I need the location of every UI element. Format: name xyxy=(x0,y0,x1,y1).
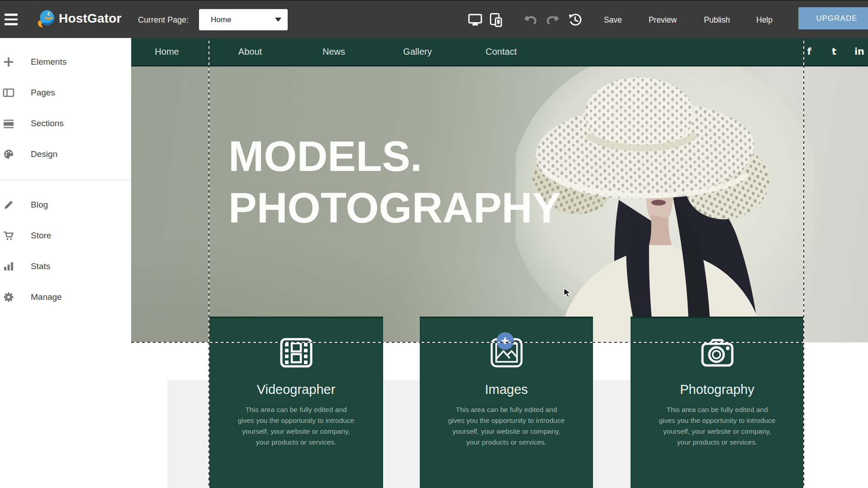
sidebar-item-store[interactable]: Store xyxy=(0,224,131,247)
plus-icon xyxy=(2,56,14,68)
sidebar-item-label: Manage xyxy=(31,292,62,302)
sidebar-divider xyxy=(0,180,131,180)
pencil-icon xyxy=(2,199,14,211)
selection-outline-bottom xyxy=(131,342,804,343)
publish-button[interactable]: Publish xyxy=(704,1,730,39)
sidebar-item-pages[interactable]: Pages xyxy=(0,81,131,104)
gator-mark-icon xyxy=(34,7,56,30)
site-preview-canvas: Home About News Gallery Contact f t in xyxy=(131,38,868,488)
site-nav-news[interactable]: News xyxy=(323,38,345,65)
hero-title[interactable]: MODELS. PHOTOGRAPHY xyxy=(228,131,561,233)
card-title: Videographer xyxy=(257,382,336,397)
site-nav-gallery[interactable]: Gallery xyxy=(403,38,432,65)
facebook-icon[interactable]: f xyxy=(807,38,811,65)
sidebar-item-manage[interactable]: Manage xyxy=(0,285,131,309)
save-button[interactable]: Save xyxy=(604,1,622,39)
card-body: This area can be fully edited and gives … xyxy=(237,404,356,448)
mobile-preview-icon[interactable] xyxy=(488,1,503,39)
sidebar-item-label: Pages xyxy=(31,88,55,98)
sidebar-item-elements[interactable]: Elements xyxy=(0,50,131,74)
upgrade-button[interactable]: UPGRADE xyxy=(798,7,868,29)
card-body: This area can be fully edited and gives … xyxy=(658,404,777,448)
plus-icon: + xyxy=(501,334,509,347)
sidebar-item-label: Elements xyxy=(31,57,66,67)
site-nav-contact[interactable]: Contact xyxy=(486,38,517,65)
editor-sidebar: Elements Pages Sections Design Blog xyxy=(0,38,131,488)
site-nav-home[interactable]: Home xyxy=(155,38,179,65)
sidebar-item-label: Stats xyxy=(31,261,50,271)
sidebar-item-sections[interactable]: Sections xyxy=(0,112,131,135)
card-body: This area can be fully edited and gives … xyxy=(447,404,566,448)
sections-icon xyxy=(2,118,14,130)
sidebar-item-label: Sections xyxy=(31,118,64,128)
sidebar-item-label: Blog xyxy=(31,200,48,210)
sidebar-item-stats[interactable]: Stats xyxy=(0,255,131,278)
page-selector-value: Home xyxy=(211,15,275,24)
hero-title-line-1: MODELS. xyxy=(228,131,561,182)
preview-button[interactable]: Preview xyxy=(649,1,677,39)
hostgator-logo: HostGator xyxy=(34,7,122,30)
hostgator-builder-window: HostGator Current Page: Home Save Previe… xyxy=(0,0,868,488)
redo-icon[interactable] xyxy=(546,1,560,39)
sidebar-item-label: Design xyxy=(31,149,57,159)
brand-name: HostGator xyxy=(59,11,122,26)
sidebar-item-design[interactable]: Design xyxy=(0,142,131,166)
cart-icon xyxy=(2,230,14,242)
gear-icon xyxy=(2,291,14,303)
card-title: Images xyxy=(485,382,528,397)
history-icon[interactable] xyxy=(567,1,583,39)
undo-icon[interactable] xyxy=(524,1,537,39)
selection-outline-left xyxy=(209,38,209,488)
page-selector[interactable]: Home xyxy=(199,9,288,30)
selection-outline-right xyxy=(803,38,804,488)
top-toolbar: HostGator Current Page: Home Save Previe… xyxy=(0,0,868,38)
palette-icon xyxy=(2,148,14,161)
current-page-label: Current Page: xyxy=(138,1,189,39)
mouse-cursor xyxy=(563,288,573,298)
site-nav-about[interactable]: About xyxy=(238,38,262,65)
card-title: Photography xyxy=(680,382,754,397)
twitter-icon[interactable]: t xyxy=(832,38,836,65)
add-image-badge[interactable]: + xyxy=(496,332,513,350)
pages-icon xyxy=(2,87,14,99)
help-button[interactable]: Help xyxy=(756,1,773,39)
linkedin-icon[interactable]: in xyxy=(854,38,864,65)
desktop-preview-icon[interactable] xyxy=(467,1,483,39)
site-nav-bar: Home About News Gallery Contact f t in xyxy=(131,38,868,66)
hero-section[interactable]: MODELS. PHOTOGRAPHY xyxy=(131,66,868,342)
hero-title-line-2: PHOTOGRAPHY xyxy=(228,182,561,234)
chevron-down-icon xyxy=(275,18,281,22)
sidebar-item-label: Store xyxy=(31,231,51,241)
bar-chart-icon xyxy=(2,261,14,273)
sidebar-item-blog[interactable]: Blog xyxy=(0,193,131,217)
menu-icon[interactable] xyxy=(5,14,18,26)
